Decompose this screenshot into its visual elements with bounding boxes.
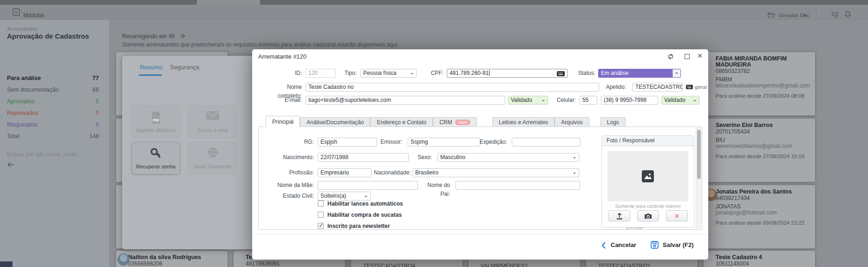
gerar-button[interactable]: gerar: [695, 84, 707, 90]
sidebar-stat-5[interactable]: Total148: [7, 133, 99, 140]
checklist-icon[interactable]: [831, 12, 839, 18]
cpf-field[interactable]: 481.789.260-91: [447, 69, 568, 78]
panel-action-mail[interactable]: Enviar e-mail: [188, 106, 237, 138]
upload-icon: [616, 213, 623, 220]
scrollbar-thumb[interactable]: [697, 130, 701, 179]
tab-resumo[interactable]: Resumo: [140, 64, 162, 71]
status-select[interactable]: Em análise: [598, 69, 681, 78]
card-name: FABIA MIRANDA BOMFIM MADUREIRA: [716, 54, 809, 68]
card-since: Para análise desde 09/08/2024 23:22: [716, 220, 809, 226]
refresh-icon[interactable]: ⟳: [181, 33, 185, 40]
modal-tabs: PrincipalAnálise/DocumentaçãoEndereço e …: [266, 116, 626, 127]
camera-button[interactable]: [637, 210, 659, 221]
gerar-keyboard-icon[interactable]: [686, 85, 693, 89]
tab-seguranca[interactable]: Segurança: [170, 64, 199, 71]
card-nick: TESTECADASTRO2: [598, 263, 692, 267]
collapse-arrow-icon[interactable]: [7, 162, 14, 167]
panel-action-label: Gerar Doumento: [189, 164, 236, 169]
keyboard-icon[interactable]: [557, 71, 565, 76]
card-right-0[interactable]: FABIA MIRANDA BOMFIM MADUREIRA0865032378…: [704, 52, 815, 115]
celular-field[interactable]: (38) 9 9950-7998: [601, 96, 658, 105]
reload-text: Recarregando em 49: [122, 33, 175, 40]
save-button[interactable]: Salvar (F2): [663, 241, 693, 248]
nacionalidade-label: Nacionalidade:: [374, 168, 408, 177]
card-doc: 84038217434: [716, 195, 809, 201]
stat-value: 148: [89, 133, 99, 140]
bell-icon[interactable]: [844, 11, 851, 18]
modal-tab-3[interactable]: CRMnovo: [433, 117, 477, 127]
modal-tab-5[interactable]: Arquivos: [555, 117, 589, 127]
checkbox-1[interactable]: [318, 212, 324, 218]
modal-tab-label: CRM: [439, 118, 452, 127]
nacionalidade-select[interactable]: Brasileiro: [412, 168, 579, 177]
stat-label: Total: [7, 133, 19, 140]
expedicao-field[interactable]: [512, 138, 581, 147]
modal-tab-0[interactable]: Principal: [266, 116, 300, 127]
card-right-2[interactable]: Jonatas Pereira dos Santos84038217434JON…: [704, 185, 815, 248]
id-label: ID:: [261, 69, 302, 78]
celular-status-select[interactable]: Validado: [661, 96, 699, 105]
upload-button[interactable]: [608, 210, 630, 221]
printer-icon: [189, 147, 236, 159]
panel-action-pdf[interactable]: PDFImprimir Histórico: [131, 106, 180, 138]
checkbox-2[interactable]: ✓: [318, 223, 324, 229]
modal-tab-label: Logs: [607, 118, 619, 127]
nome-field[interactable]: Teste Cadastro no: [306, 83, 599, 92]
modules-button[interactable]: Módulos: [23, 12, 44, 19]
card-bottom-0[interactable]: Nailton da silva Rodrigues03556566206NAI…: [116, 251, 228, 267]
modal-tab-2[interactable]: Endereço e Contato: [370, 117, 433, 127]
tipo-select[interactable]: Pessoa física: [360, 69, 417, 78]
sidebar-stat-1[interactable]: Sem documentação66: [7, 87, 99, 93]
email-field[interactable]: tiago+teste5@suporteleiloes.com: [306, 96, 505, 105]
sidebar-stat-3[interactable]: Reprovados0: [7, 110, 99, 116]
sidebar-stat-4[interactable]: Bloqueados0: [7, 121, 99, 128]
reload-countdown: Recarregando em 49 ⟳: [122, 33, 185, 40]
card-email: leiloesdealtodesempenho@gmail.com: [716, 83, 809, 89]
checkbox-0[interactable]: [318, 200, 324, 207]
status-select-arrow[interactable]: [672, 69, 680, 77]
remove-button[interactable]: ✕: [666, 210, 688, 221]
photo-note: Somente para controle interno: [602, 203, 694, 209]
profissao-field[interactable]: Empresário: [318, 168, 372, 177]
sexo-select[interactable]: Masculino: [437, 153, 579, 162]
chevron-left-icon[interactable]: [600, 241, 607, 249]
maximize-icon[interactable]: [685, 54, 690, 59]
browser-tab: [197, 0, 260, 5]
card-nick: JONATAS: [716, 203, 809, 210]
detach-icon[interactable]: [667, 53, 674, 60]
checkbox-label: Inscrito para newsletter: [327, 223, 390, 229]
card-right-1[interactable]: Severino Eloi Barros20701705434BIUseveri…: [704, 119, 815, 182]
card-doc: 48178926091: [246, 260, 339, 267]
email-status-select[interactable]: Validado: [508, 96, 548, 105]
panel-action-printer[interactable]: Gerar Doumento: [188, 142, 237, 174]
modal-tab-1[interactable]: Análise/Documentação: [300, 117, 370, 127]
scrollbar[interactable]: [696, 127, 701, 229]
modal-tab-4[interactable]: Leiloes e Arremates: [492, 117, 555, 127]
stat-value: 5: [96, 98, 99, 105]
panel-action-key[interactable]: Recuperar senha: [131, 142, 180, 174]
close-icon[interactable]: ✕: [697, 52, 703, 60]
celular-ddd-field[interactable]: 55: [580, 96, 597, 105]
sidebar-stat-2[interactable]: Aprovados5: [7, 98, 99, 105]
checkbox-label: Habilitar lances automáticos: [327, 200, 403, 207]
pdf-icon: PDF: [132, 111, 180, 124]
modal-tab-label: Leiloes e Arremates: [499, 118, 548, 127]
mae-field[interactable]: [318, 181, 418, 190]
apelido-field[interactable]: TESTECADASTRO4: [633, 83, 683, 92]
novo-badge: novo: [455, 120, 471, 125]
text-cursor: [489, 70, 489, 76]
card-right-3[interactable]: Teste Cadastro 410511145004TESTECADASTRO…: [704, 251, 815, 267]
card-name: Severino Eloi Barros: [716, 121, 809, 128]
cancel-button[interactable]: Cancelar: [611, 241, 636, 248]
pai-field[interactable]: [456, 181, 580, 190]
modal-tab-6[interactable]: Logs: [600, 117, 626, 127]
corner-fragment: [0, 261, 13, 267]
card-name: Nailton da silva Rodrigues: [128, 253, 222, 260]
sidebar-stat-0[interactable]: Para análise77: [7, 75, 99, 81]
nascimento-field[interactable]: 22/07/1988: [318, 153, 409, 162]
add-button[interactable]: +: [803, 11, 807, 20]
photo-placeholder: [607, 151, 688, 201]
search-input[interactable]: [7, 151, 98, 158]
svg-text:PDF: PDF: [153, 119, 160, 122]
estado-civil-select[interactable]: Solteiro(a): [318, 192, 371, 200]
